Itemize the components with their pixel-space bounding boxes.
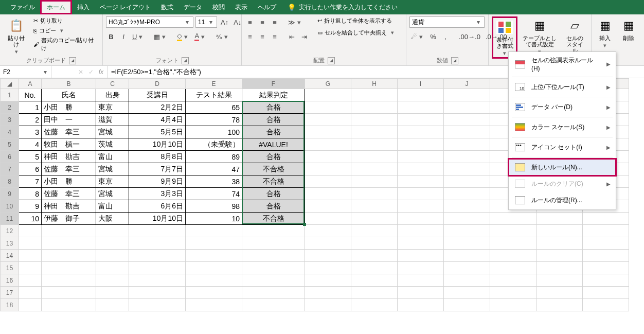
cell-B15[interactable] — [42, 262, 96, 274]
cell-K15[interactable] — [490, 262, 536, 274]
cell-F4[interactable]: 合格 — [242, 126, 305, 138]
cell-B14[interactable] — [42, 250, 96, 262]
cell-G12[interactable] — [305, 225, 351, 237]
enter-icon[interactable]: ✓ — [88, 68, 94, 76]
orientation-button[interactable]: ≫▾ — [287, 16, 304, 28]
cell-J13[interactable] — [444, 237, 490, 250]
cell-F14[interactable] — [242, 250, 305, 262]
cell-I10[interactable] — [398, 200, 444, 213]
cell-A7[interactable]: 6 — [19, 163, 42, 175]
cell-I13[interactable] — [398, 237, 444, 250]
align-top-button[interactable]: ≡ — [245, 16, 255, 28]
cell-H15[interactable] — [351, 262, 398, 274]
cell-F18[interactable] — [242, 299, 305, 311]
cell-F13[interactable] — [242, 237, 305, 250]
cell-M13[interactable] — [583, 237, 629, 250]
cell-M15[interactable] — [583, 262, 629, 274]
cell-M17[interactable] — [583, 287, 629, 299]
cell-E13[interactable] — [186, 237, 242, 250]
align-right-button[interactable]: ≡ — [270, 31, 280, 42]
cell-H5[interactable] — [351, 138, 398, 151]
cell-G8[interactable] — [305, 175, 351, 188]
cell-C14[interactable] — [96, 250, 129, 262]
tab-pagelayout[interactable]: ページ レイアウト — [95, 0, 156, 14]
cell-B3[interactable]: 田中 一 — [42, 114, 96, 126]
cell-H3[interactable] — [351, 114, 398, 126]
cell-E17[interactable] — [186, 287, 242, 299]
cell-B5[interactable]: 牧田 槙一 — [42, 138, 96, 151]
cell-E16[interactable] — [186, 274, 242, 287]
cell-D16[interactable] — [129, 274, 186, 287]
font-dialog-launcher[interactable]: ◢ — [182, 57, 189, 64]
cell-E12[interactable] — [186, 225, 242, 237]
cell-F16[interactable] — [242, 274, 305, 287]
cell-H12[interactable] — [351, 225, 398, 237]
cell-F9[interactable]: 合格 — [242, 188, 305, 200]
cell-I5[interactable] — [398, 138, 444, 151]
row-header-13[interactable]: 13 — [1, 237, 19, 250]
cell-F3[interactable]: 合格 — [242, 114, 305, 126]
column-header-D[interactable]: D — [129, 79, 186, 89]
cell-H18[interactable] — [351, 299, 398, 311]
cell-M14[interactable] — [583, 250, 629, 262]
cell-E14[interactable] — [186, 250, 242, 262]
cell-I16[interactable] — [398, 274, 444, 287]
cell-H14[interactable] — [351, 250, 398, 262]
cell-H13[interactable] — [351, 237, 398, 250]
cell-G15[interactable] — [305, 262, 351, 274]
cell-A12[interactable] — [19, 225, 42, 237]
cell-A6[interactable]: 5 — [19, 151, 42, 163]
cell-B7[interactable]: 佐藤 幸三 — [42, 163, 96, 175]
cell-C3[interactable]: 滋賀 — [96, 114, 129, 126]
increase-decimal-button[interactable]: .00→.0 — [457, 31, 482, 42]
cell-H17[interactable] — [351, 287, 398, 299]
cell-B18[interactable] — [42, 299, 96, 311]
cell-I9[interactable] — [398, 188, 444, 200]
cell-F8[interactable]: 不合格 — [242, 175, 305, 188]
cell-G16[interactable] — [305, 274, 351, 287]
cell-A9[interactable]: 8 — [19, 188, 42, 200]
tab-home[interactable]: ホーム — [40, 0, 72, 14]
row-header-10[interactable]: 10 — [1, 200, 19, 213]
cell-G4[interactable] — [305, 126, 351, 138]
cell-H1[interactable] — [351, 89, 398, 101]
cell-G18[interactable] — [305, 299, 351, 311]
menu-icon-sets[interactable]: ●●●アイコン セット(I)▶ — [509, 139, 616, 155]
cell-I6[interactable] — [398, 151, 444, 163]
cell-E15[interactable] — [186, 262, 242, 274]
cell-J14[interactable] — [444, 250, 490, 262]
cell-I7[interactable] — [398, 163, 444, 175]
row-header-3[interactable]: 3 — [1, 114, 19, 126]
cell-G10[interactable] — [305, 200, 351, 213]
cell-G17[interactable] — [305, 287, 351, 299]
row-header-7[interactable]: 7 — [1, 163, 19, 175]
cell-A18[interactable] — [19, 299, 42, 311]
cell-E5[interactable]: （未受験） — [186, 138, 242, 151]
row-header-12[interactable]: 12 — [1, 225, 19, 237]
row-header-14[interactable]: 14 — [1, 250, 19, 262]
menu-highlight-rules[interactable]: セルの強調表示ルール(H)▶ — [509, 53, 616, 75]
cell-J8[interactable] — [444, 175, 490, 188]
column-header-J[interactable]: J — [444, 79, 490, 89]
row-header-6[interactable]: 6 — [1, 151, 19, 163]
menu-data-bars[interactable]: データ バー(D)▶ — [509, 99, 616, 115]
cell-J18[interactable] — [444, 299, 490, 311]
cell-K14[interactable] — [490, 250, 536, 262]
cell-C6[interactable]: 富山 — [96, 151, 129, 163]
italic-button[interactable]: I — [118, 31, 129, 42]
cell-E11[interactable]: 10 — [186, 213, 242, 225]
cell-L12[interactable] — [536, 225, 583, 237]
cell-D8[interactable]: 9月9日 — [129, 175, 186, 188]
cell-F5[interactable]: #VALUE! — [242, 138, 305, 151]
cell-B6[interactable]: 神田 勘吉 — [42, 151, 96, 163]
cell-M16[interactable] — [583, 274, 629, 287]
fx-icon[interactable]: fx — [99, 68, 103, 76]
cell-E4[interactable]: 100 — [186, 126, 242, 138]
cell-K17[interactable] — [490, 287, 536, 299]
cell-L16[interactable] — [536, 274, 583, 287]
row-header-2[interactable]: 2 — [1, 101, 19, 114]
name-box[interactable]: F2▾ — [0, 66, 51, 78]
cell-C16[interactable] — [96, 274, 129, 287]
align-center-button[interactable]: ≡ — [257, 31, 267, 42]
delete-cells-button[interactable]: ▦削除 — [618, 16, 639, 42]
